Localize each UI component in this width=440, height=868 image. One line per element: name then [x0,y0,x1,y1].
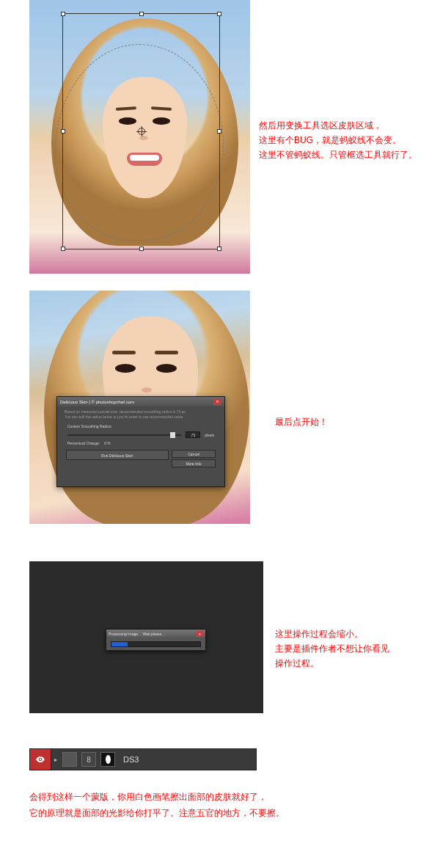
progress-dialog: Processing Image… Wait please… × [106,629,206,651]
screenshot-transform-selection [29,0,250,274]
dialog-description: Based on measured portrait size, recomme… [57,406,224,423]
radius-unit: pixels [205,433,214,437]
caption-2: 最后点开始！ [275,416,328,428]
group-thumbnail[interactable] [62,752,77,767]
progress-bar [111,641,201,647]
slider-label: Custom Smoothing Radius: [67,424,112,428]
progress-title: Processing Image… Wait please… [109,632,165,636]
dialog-titlebar: Delicious Skin | © photoshopchef.com × [57,397,224,406]
cancel-button[interactable]: Cancel [172,450,216,458]
mask-thumbnail[interactable] [100,752,115,767]
run-button[interactable]: Run Delicious Skin! [66,450,169,460]
percent-value: 0 % [104,441,111,445]
percent-label: Percentual Change: [67,441,100,445]
close-icon[interactable]: × [197,631,203,637]
visibility-toggle[interactable] [30,749,51,770]
more-info-button[interactable]: More Info [172,459,216,467]
close-icon[interactable]: × [213,398,221,405]
dialog-title: Delicious Skin | © photoshopchef.com [60,400,134,404]
screenshot-processing: Processing Image… Wait please… × [29,561,263,713]
transform-box [62,13,220,249]
link-icon: 8 [81,752,96,767]
caption-3: 这里操作过程会缩小。 主要是插件作者不想让你看见 操作过程。 [275,627,389,671]
expand-icon[interactable]: ▸ [51,756,60,763]
delicious-skin-dialog: Delicious Skin | © photoshopchef.com × B… [56,396,225,487]
layer-name[interactable]: DS3 [123,755,139,764]
radius-slider[interactable] [67,434,181,436]
eye-icon [35,754,45,765]
radius-value[interactable]: 73 [186,431,200,438]
caption-4: 会得到这样一个蒙版，你用白色画笔擦出面部的皮肤就好了， 它的原理就是面部的光影给… [29,789,285,821]
layers-panel-row: ▸ 8 DS3 [29,748,257,770]
caption-1: 然后用变换工具选区皮肤区域， 这里有个BUG，就是蚂蚁线不会变。 这里不管蚂蚁线… [259,118,417,162]
